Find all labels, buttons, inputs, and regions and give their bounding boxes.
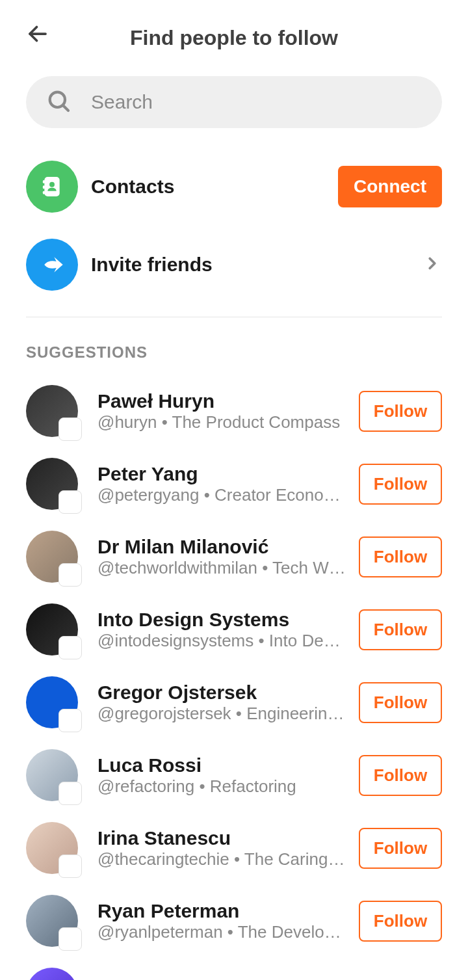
follow-button[interactable]: Follow	[359, 755, 442, 796]
avatar	[26, 603, 78, 656]
follow-button[interactable]: Follow	[359, 901, 442, 942]
avatar	[26, 749, 78, 801]
suggestion-row[interactable]: Paweł Huryn @huryn • The Product Compass…	[0, 375, 468, 447]
publication-badge-icon	[58, 563, 82, 587]
publication-badge-icon	[58, 417, 82, 441]
follow-button[interactable]: Follow	[359, 682, 442, 723]
follow-button[interactable]: Follow	[359, 828, 442, 869]
invite-friends-label: Invite friends	[91, 254, 422, 276]
suggestion-row[interactable]: Peter Yang @petergyang • Creator Econom……	[0, 447, 468, 520]
contacts-label: Contacts	[91, 176, 338, 198]
svg-rect-6	[43, 185, 45, 189]
svg-rect-5	[43, 180, 45, 183]
arrow-left-icon	[26, 22, 49, 46]
avatar	[26, 676, 78, 728]
page-title: Find people to follow	[26, 26, 442, 50]
avatar	[26, 822, 78, 874]
suggestion-name: Peter Yang	[98, 463, 348, 485]
suggestion-name: Into Design Systems	[98, 609, 348, 631]
suggestion-handle: @huryn • The Product Compass	[98, 412, 348, 432]
avatar	[26, 895, 78, 947]
publication-badge-icon	[58, 927, 82, 951]
publication-badge-icon	[58, 709, 82, 732]
suggestion-handle: @techworldwithmilan • Tech W…	[98, 558, 348, 578]
search-bar[interactable]	[26, 76, 442, 128]
avatar	[26, 531, 78, 583]
search-icon	[46, 88, 72, 116]
avatar	[26, 458, 78, 510]
avatar	[26, 385, 78, 437]
svg-line-2	[63, 105, 68, 111]
suggestion-row[interactable]: Into Design Systems @intodesignsystems •…	[0, 593, 468, 666]
suggestion-handle: @petergyang • Creator Econom…	[98, 485, 348, 505]
connect-button[interactable]: Connect	[338, 166, 442, 207]
svg-point-4	[49, 182, 55, 187]
suggestion-row[interactable]: Ryan Peterman @ryanlpeterman • The Devel…	[0, 884, 468, 957]
follow-button[interactable]: Follow	[359, 464, 442, 505]
suggestion-name: Ryan Peterman	[98, 900, 348, 922]
follow-button[interactable]: Follow	[359, 609, 442, 650]
back-button[interactable]	[26, 22, 49, 48]
suggestion-handle: @refactoring • Refactoring	[98, 776, 348, 797]
suggestion-row[interactable]: Irina Stanescu @thecaringtechie • The Ca…	[0, 812, 468, 884]
svg-rect-7	[43, 191, 45, 194]
contacts-row: Contacts Connect	[0, 148, 468, 226]
contacts-icon	[26, 161, 78, 213]
invite-friends-row[interactable]: Invite friends	[0, 226, 468, 304]
suggestion-name: Paweł Huryn	[98, 390, 348, 412]
suggestion-name: Luca Rossi	[98, 754, 348, 776]
suggestion-handle: @intodesignsystems • Into Des…	[98, 631, 348, 651]
suggestion-row[interactable]: Dr Milan Milanović @techworldwithmilan •…	[0, 520, 468, 593]
suggestion-row[interactable]: Luca Rossi @refactoring • Refactoring Fo…	[0, 739, 468, 812]
publication-badge-icon	[58, 782, 82, 805]
share-icon	[26, 239, 78, 291]
suggestion-name: Irina Stanescu	[98, 827, 348, 849]
suggestion-name: Gregor Ojstersek	[98, 682, 348, 704]
suggestion-handle: @ryanlpeterman • The Developi…	[98, 922, 348, 942]
suggestions-header: SUGGESTIONS	[0, 317, 468, 375]
suggestion-row[interactable]	[0, 957, 468, 980]
suggestion-handle: @gregorojstersek • Engineerin…	[98, 704, 348, 724]
publication-badge-icon	[58, 854, 82, 878]
publication-badge-icon	[58, 636, 82, 659]
search-input[interactable]	[91, 91, 422, 113]
suggestion-row[interactable]: Gregor Ojstersek @gregorojstersek • Engi…	[0, 666, 468, 739]
publication-badge-icon	[58, 490, 82, 514]
follow-button[interactable]: Follow	[359, 536, 442, 577]
avatar	[26, 968, 78, 980]
follow-button[interactable]: Follow	[359, 391, 442, 432]
suggestion-handle: @thecaringtechie • The Caring …	[98, 849, 348, 869]
chevron-right-icon	[422, 254, 442, 276]
suggestion-name: Dr Milan Milanović	[98, 536, 348, 558]
